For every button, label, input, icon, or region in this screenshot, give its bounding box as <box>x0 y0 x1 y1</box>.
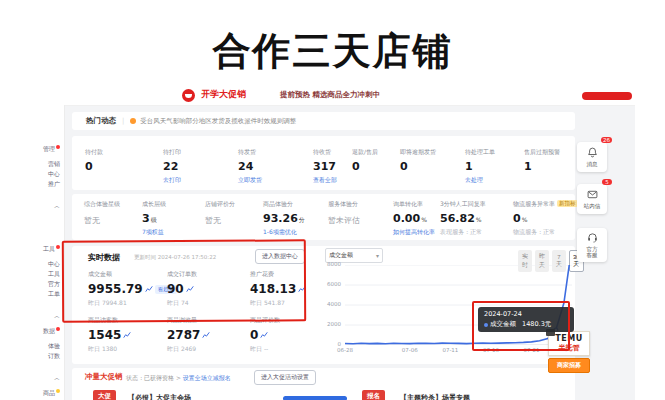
realtime-metric: 商品访客数1545昨日 1380 <box>88 316 131 354</box>
stat-value: 0 <box>352 160 378 173</box>
enter-data-center-button[interactable]: 进入数据中心 <box>255 249 305 264</box>
brand-logo-icon <box>182 89 195 102</box>
red-dot-badge <box>56 145 60 149</box>
realtime-metric: 商品浏览量2787昨日 2469 <box>167 316 210 354</box>
banner-title: 开学大促销 <box>201 88 246 101</box>
metric-number: 90 <box>167 282 184 296</box>
sidebar-item[interactable]: 中心 <box>48 260 60 269</box>
metric-value: 418.13 <box>250 282 306 296</box>
stat-label: 即将逾期发货 <box>400 148 436 157</box>
stat-label: 询单转化率 <box>393 200 435 209</box>
stat-value: 0% <box>513 212 578 225</box>
sidebar-item[interactable]: ︿ <box>54 202 60 211</box>
notice-text[interactable]: 受台风天气影响部分地区发货及揽收派件时效规则调整 <box>140 117 296 126</box>
sidebar-item[interactable]: 工单 <box>48 290 60 299</box>
chart-tooltip: 2024-07-24 成交金额 1480.3元 <box>478 307 574 332</box>
stat-value: 0.00% <box>393 212 435 225</box>
bell-rail-button[interactable]: 消息26 <box>577 142 607 172</box>
stat-column: 综合体验星级暂无 <box>84 200 120 226</box>
stat-label: 售后过期预警 <box>524 148 560 157</box>
sidebar-item[interactable]: 中心 <box>48 170 60 179</box>
sidebar-item[interactable]: 官方 <box>48 280 60 289</box>
shop-score-card: 综合体验星级暂无成长层级3级7项权益店铺评价分暂无商品体验分93.26分1-6项… <box>72 194 575 240</box>
sidebar-item[interactable]: ︿ <box>54 312 60 321</box>
banner-subtitle: 提前预热 精选商品全力冲刺中 <box>280 90 380 100</box>
stat-value: 0 <box>400 160 436 173</box>
notice-title: 热门动态 <box>86 116 116 126</box>
x-axis-label: 07-11 <box>438 347 462 353</box>
yellow-dot-badge <box>56 389 60 393</box>
sidebar-item[interactable]: 工具 <box>48 270 60 279</box>
promo-status-link[interactable]: 设置全场立减报名 <box>183 374 231 381</box>
metric-select-value: 成交金额 <box>329 251 353 260</box>
stat-label: 成长层级 <box>142 200 166 209</box>
promo-activities-row: 大促【必报】大促主会场报名【主题秒杀】场景专题 <box>72 390 575 400</box>
stat-unit: 分 <box>299 216 305 223</box>
stat-link[interactable]: 7项权益 <box>142 228 166 237</box>
metric-value: 2787 <box>167 328 210 342</box>
metric-yesterday: 昨日 7994.81 <box>88 299 177 308</box>
sidebar-item[interactable]: 订数 <box>48 352 60 361</box>
order-stats-card: 待付款0待打印22去打印待发货24立即发货待收货317查看全部退款/售后0即将逾… <box>72 136 575 190</box>
stat-unit: % <box>421 216 427 223</box>
trend-icon <box>298 285 306 293</box>
promo-activity-link[interactable]: 【主题秒杀】场景专题 <box>400 393 470 400</box>
sidebar-item[interactable]: 推广 <box>48 180 60 189</box>
dashboard-screenshot: 开学大促销 提前预热 精选商品全力冲刺中 管理营销中心推广︿工具中心工具官方工单… <box>30 88 635 400</box>
stat-column: 待打印22去打印 <box>163 148 181 185</box>
x-axis-label: 07-16 <box>479 347 503 353</box>
sidebar-item[interactable]: 数据 <box>43 327 60 336</box>
realtime-metric: 推广花费418.13昨日 541.87 <box>250 270 306 308</box>
stat-column: 询单转化率0.00%如何提高转化率 <box>393 200 435 237</box>
stat-value: 56.82% <box>440 212 486 225</box>
stat-value: 1 <box>465 160 495 173</box>
temu-line1: TEMU <box>549 334 589 343</box>
stat-column: 商品体验分93.26分1-6项需优化 <box>263 200 305 237</box>
left-nav-truncated: 管理营销中心推广︿工具中心工具官方工单︿数据体验订数︿商品发商品管理工具 <box>30 105 65 400</box>
sidebar-item[interactable]: 体验 <box>48 342 60 351</box>
stat-link[interactable]: 如何提高转化率 <box>393 228 435 237</box>
x-axis-label: 07-21 <box>519 347 543 353</box>
realtime-updated: 更新时间 2024-07-26 17:50:22 <box>134 254 216 261</box>
sidebar-item[interactable]: 营销 <box>48 160 60 169</box>
stat-column: 即将逾期发货0 <box>400 148 436 173</box>
stat-unit: 级 <box>151 216 157 223</box>
promo-activity-link[interactable]: 【必报】大促主会场 <box>128 393 191 400</box>
merchant-recruit-button[interactable]: 商家招募 <box>548 358 590 373</box>
stat-column: 退款/售后0 <box>352 148 378 173</box>
mail-rail-button[interactable]: 站内信5 <box>577 184 607 214</box>
stat-sub: 表现服务：正常 <box>440 228 486 237</box>
stat-value: 317 <box>313 160 337 173</box>
stat-link[interactable]: 查看全部 <box>313 176 337 185</box>
trend-icon <box>123 331 131 339</box>
stat-label: 待打印 <box>163 148 181 157</box>
stat-link[interactable]: 立即发货 <box>238 176 262 185</box>
promo-settings-button[interactable]: 进入大促活动设置 <box>254 370 316 385</box>
stat-value: 3级 <box>142 212 166 225</box>
sidebar-item[interactable]: 管理 <box>43 145 60 154</box>
stat-link[interactable]: 1-6项需优化 <box>263 228 305 237</box>
stat-value: 0 <box>85 160 103 173</box>
stat-label: 待收货 <box>313 148 337 157</box>
realtime-metric: 成交订单数90昨日 74 <box>167 270 197 308</box>
stat-link[interactable]: 去处理 <box>465 176 495 185</box>
sidebar-item[interactable]: 工具 <box>43 245 60 254</box>
tooltip-series: 成交金额 <box>490 320 516 329</box>
sidebar-item[interactable]: 商品 <box>43 389 60 398</box>
stat-column: 待收货317查看全部 <box>313 148 337 185</box>
stat-value: 1 <box>524 160 560 173</box>
sidebar-item[interactable]: ︿ <box>54 374 60 383</box>
stat-value: 24 <box>238 160 262 173</box>
unread-badge: 26 <box>601 137 612 143</box>
temu-line2: 半托管 <box>549 343 589 353</box>
y-axis-label: 2000 <box>308 321 341 327</box>
series-dot-icon <box>484 323 488 327</box>
metric-number: 418.13 <box>250 282 296 296</box>
stat-column: 物流服务异常率新指标0%物流服务：正常 <box>513 200 578 237</box>
headset-rail-button[interactable]: 官方客服 <box>577 228 607 262</box>
realtime-data-card: 实时数据 更新时间 2024-07-26 17:50:22 进入数据中心 成交金… <box>72 246 575 364</box>
sales-line-chart <box>345 265 572 345</box>
stat-column: 3分钟人工回复率56.82%表现服务：正常 <box>440 200 486 237</box>
metric-yesterday: 昨日 1380 <box>88 345 131 354</box>
stat-link[interactable]: 去打印 <box>163 176 181 185</box>
